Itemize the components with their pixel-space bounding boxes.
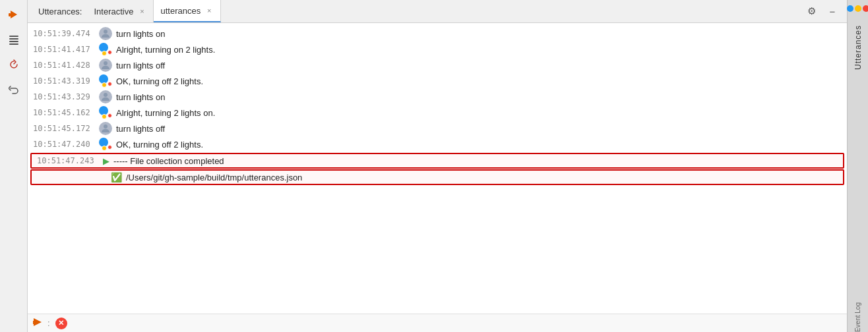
user-avatar bbox=[99, 90, 112, 103]
tab-interactive[interactable]: Interactive × bbox=[87, 0, 154, 22]
log-row: 10:51:41.428 turn lights off bbox=[28, 57, 847, 73]
timestamp: 10:51:43.319 bbox=[33, 76, 99, 86]
svg-point-7 bbox=[104, 61, 108, 65]
footer-play-icon bbox=[33, 318, 42, 329]
footer-row: : ✕ bbox=[28, 314, 847, 332]
play-icon: ▶ bbox=[103, 156, 109, 166]
timestamp: 10:51:43.329 bbox=[33, 92, 99, 101]
tab-bar: Utterances: Interactive × utterances × ⚙… bbox=[28, 0, 847, 23]
user-avatar bbox=[99, 27, 112, 40]
log-row: 10:51:45.172 turn lights off bbox=[28, 121, 847, 136]
check-icon: ✅ bbox=[111, 172, 122, 182]
svg-rect-1 bbox=[9, 13, 11, 16]
timestamp: 10:51:39.474 bbox=[33, 29, 99, 38]
bot-avatar bbox=[99, 106, 112, 119]
svg-rect-5 bbox=[9, 43, 18, 45]
main-area: Utterances: Interactive × utterances × ⚙… bbox=[28, 0, 847, 332]
footer-error-badge: ✕ bbox=[55, 318, 70, 329]
refresh-sidebar-icon[interactable] bbox=[5, 55, 23, 74]
left-sidebar bbox=[0, 0, 28, 332]
list-sidebar-icon[interactable] bbox=[5, 30, 23, 49]
log-text-file-complete: ----- File collection completed bbox=[113, 156, 838, 166]
svg-point-9 bbox=[104, 124, 108, 128]
log-row: 10:51:41.417 Alright, turning on 2 light… bbox=[28, 42, 847, 57]
bot-avatar bbox=[99, 74, 112, 88]
tab-interactive-close[interactable]: × bbox=[137, 7, 146, 16]
log-list: 10:51:39.474 turn lights on 10:51:41.417… bbox=[28, 23, 847, 188]
content-area[interactable]: 10:51:39.474 turn lights on 10:51:41.417… bbox=[28, 23, 847, 314]
svg-marker-0 bbox=[11, 11, 17, 18]
log-row: 10:51:45.162 Alright, turning 2 lights o… bbox=[28, 105, 847, 121]
utterances-label: Utterances: bbox=[33, 0, 87, 23]
log-row-highlighted: 10:51:47.243 ▶ ----- File collection com… bbox=[30, 153, 844, 169]
undo-sidebar-icon[interactable] bbox=[5, 80, 23, 99]
svg-point-6 bbox=[104, 30, 108, 34]
svg-rect-11 bbox=[33, 321, 34, 324]
user-avatar bbox=[99, 122, 112, 135]
tab-utterances-close[interactable]: × bbox=[204, 6, 214, 15]
timestamp: 10:51:45.162 bbox=[33, 108, 99, 117]
timestamp: 10:51:45.172 bbox=[33, 124, 99, 133]
svg-rect-4 bbox=[9, 41, 18, 42]
tab-utterances[interactable]: utterances × bbox=[154, 0, 221, 22]
footer-separator: : bbox=[47, 318, 50, 328]
settings-button[interactable]: ⚙ bbox=[802, 2, 821, 20]
timestamp: 10:51:41.428 bbox=[33, 61, 99, 70]
svg-marker-10 bbox=[34, 318, 42, 326]
log-text: turn lights on bbox=[116, 29, 842, 39]
tab-bar-actions: ⚙ − bbox=[802, 2, 847, 20]
right-panel: Utterances Event Log bbox=[847, 0, 868, 332]
minimize-button[interactable]: − bbox=[823, 2, 842, 20]
play-sidebar-icon[interactable] bbox=[5, 5, 23, 24]
svg-point-8 bbox=[104, 93, 108, 97]
log-text-filepath: /Users/git/gh-sample/build/tmp/utterance… bbox=[126, 173, 838, 182]
svg-rect-3 bbox=[9, 38, 18, 40]
bot-avatar bbox=[99, 138, 112, 151]
utterances-vertical-tab[interactable]: Utterances bbox=[850, 20, 867, 75]
log-row: 10:51:47.240 OK, turning off 2 lights. bbox=[28, 136, 847, 152]
svg-rect-2 bbox=[9, 36, 18, 37]
multi-dot-indicator bbox=[847, 5, 869, 12]
log-text: Alright, turning on 2 lights. bbox=[116, 45, 842, 55]
event-log-label[interactable]: Event Log bbox=[854, 302, 861, 332]
right-panel-bottom: Event Log bbox=[854, 297, 862, 332]
log-text: OK, turning off 2 lights. bbox=[116, 140, 842, 150]
log-text: turn lights off bbox=[116, 61, 842, 70]
timestamp: 10:51:47.240 bbox=[33, 140, 99, 149]
log-text: turn lights on bbox=[116, 92, 842, 102]
user-avatar bbox=[99, 59, 112, 72]
timestamp: 10:51:47.243 bbox=[37, 156, 103, 165]
log-row: 10:51:43.329 turn lights on bbox=[28, 89, 847, 105]
right-panel-top: Utterances bbox=[847, 0, 869, 297]
log-text: OK, turning off 2 lights. bbox=[116, 76, 842, 86]
log-row-filepath: ✅ /Users/git/gh-sample/build/tmp/utteran… bbox=[30, 169, 844, 185]
tab-interactive-label: Interactive bbox=[94, 7, 133, 16]
log-text: turn lights off bbox=[116, 124, 842, 134]
timestamp: 10:51:41.417 bbox=[33, 45, 99, 54]
log-row: 10:51:43.319 OK, turning off 2 lights. bbox=[28, 73, 847, 89]
tab-utterances-label: utterances bbox=[160, 6, 201, 16]
log-text: Alright, turning 2 lights on. bbox=[116, 108, 842, 118]
bot-avatar bbox=[99, 43, 112, 56]
log-row: 10:51:39.474 turn lights on bbox=[28, 26, 847, 42]
